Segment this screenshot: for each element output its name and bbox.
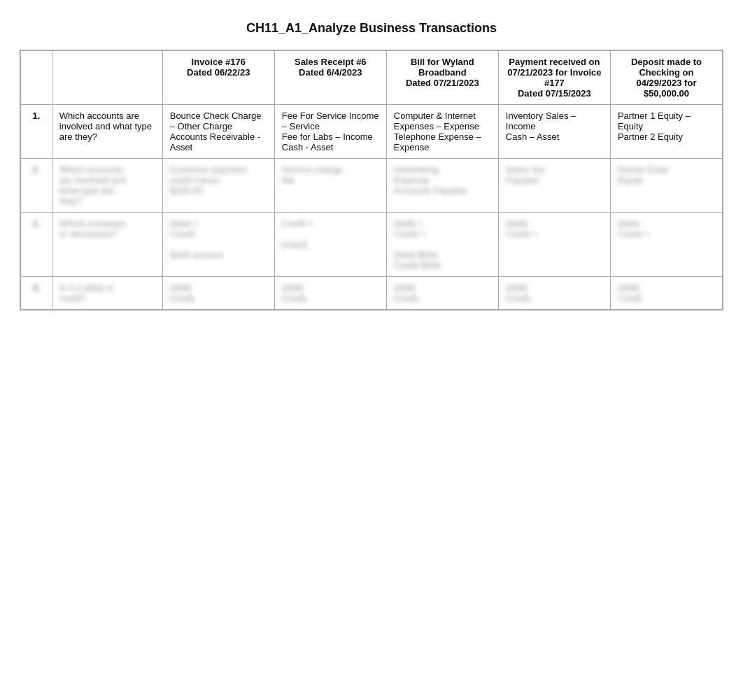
- row-number: 2.: [21, 159, 52, 213]
- row-col4: Sales Tax Payable: [498, 159, 610, 213]
- row-col3: Advertising Expense Accounts Payable: [386, 159, 498, 213]
- row-col1: Debit + Credit - $320 amount: [162, 213, 274, 277]
- row-col2: Service charge fee: [274, 159, 386, 213]
- row-question: Which increases or decreases?: [52, 213, 162, 277]
- row-question: Is it a debit or credit?: [52, 277, 162, 310]
- header-row: Invoice #176 Dated 06/22/23 Sales Receip…: [21, 51, 723, 105]
- row-question: Which accounts are involved and what typ…: [52, 159, 162, 213]
- header-col2: Sales Receipt #6 Dated 6/4/2023: [274, 51, 386, 105]
- row-col3: Debit + Credit + Debit $500 Credit $500: [386, 213, 498, 277]
- row-col2: Debit Credit: [274, 277, 386, 310]
- header-col3: Bill for Wyland Broadband Dated 07/21/20…: [386, 51, 498, 105]
- row-col1: Customer payment credit memo $320.00: [162, 159, 274, 213]
- main-table-wrapper: Invoice #176 Dated 06/22/23 Sales Receip…: [20, 50, 723, 310]
- row-col3: Debit Credit: [386, 277, 498, 310]
- row-col4: Debit Credit: [498, 277, 610, 310]
- row-col5: Partner 1 Equity – Equity Partner 2 Equi…: [610, 105, 722, 159]
- table-row: 2.Which accounts are involved and what t…: [21, 159, 723, 213]
- row-question: Which accounts are involved and what typ…: [52, 105, 162, 159]
- row-col5: Owner Draw Equity: [610, 159, 722, 213]
- row-col1: Bounce Check Charge – Other Charge Accou…: [162, 105, 274, 159]
- header-col1: Invoice #176 Dated 06/22/23: [162, 51, 274, 105]
- transactions-table: Invoice #176 Dated 06/22/23 Sales Receip…: [20, 50, 723, 310]
- header-col5: Deposit made to Checking on 04/29/2023 f…: [610, 51, 722, 105]
- row-number: 4.: [21, 277, 52, 310]
- row-col4: Debit - Credit +: [498, 213, 610, 277]
- header-col4: Payment received on 07/21/2023 for Invoi…: [498, 51, 610, 105]
- row-col5: Debit - Credit +: [610, 213, 722, 277]
- row-col2: Credit + [chart]: [274, 213, 386, 277]
- row-col1: Debit Credit: [162, 277, 274, 310]
- header-num: [21, 51, 52, 105]
- row-number: 1.: [21, 105, 52, 159]
- row-col2: Fee For Service Income – Service Fee for…: [274, 105, 386, 159]
- row-col3: Computer & Internet Expenses – Expense T…: [386, 105, 498, 159]
- table-row: 1.Which accounts are involved and what t…: [21, 105, 723, 159]
- table-row: 3.Which increases or decreases?Debit + C…: [21, 213, 723, 277]
- page-title: CH11_A1_Analyze Business Transactions: [0, 0, 743, 50]
- header-question: [52, 51, 162, 105]
- row-number: 3.: [21, 213, 52, 277]
- row-col5: Debit Credit: [610, 277, 722, 310]
- table-row: 4.Is it a debit or credit?Debit CreditDe…: [21, 277, 723, 310]
- row-col4: Inventory Sales – Income Cash – Asset: [498, 105, 610, 159]
